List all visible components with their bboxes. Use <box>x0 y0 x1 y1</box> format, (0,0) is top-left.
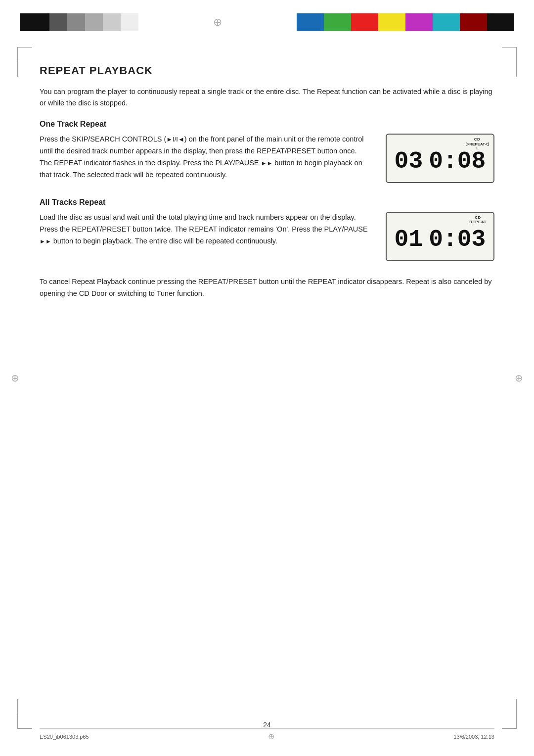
color-swatch-red <box>351 13 378 31</box>
main-content: REPEAT PLAYBACK You can program the play… <box>40 64 494 702</box>
side-crosshair-right: ⊕ <box>515 372 523 384</box>
corner-br <box>502 714 517 729</box>
one-track-body: Press the SKIP/SEARCH CONTROLS (►I/I◄) o… <box>40 134 494 183</box>
all-tracks-heading: All Tracks Repeat <box>40 198 494 207</box>
line-left-bottom <box>17 699 18 714</box>
top-crosshair: ⊕ <box>153 16 282 29</box>
lcd1-repeat-area: ▷ REPEAT ◁ <box>466 142 489 146</box>
lcd1-time: 0:08 <box>429 148 486 175</box>
skip-symbol: ►I/I◄ <box>166 136 184 143</box>
left-color-strip <box>20 13 138 31</box>
color-swatch-white <box>121 13 138 31</box>
lcd2-digits-row: 01 0:03 <box>395 226 486 253</box>
lcd2-top-label: CD REPEAT <box>469 215 487 224</box>
one-track-heading: One Track Repeat <box>40 120 494 129</box>
lcd2-repeat-label: REPEAT <box>469 220 487 224</box>
otr-text-before-symbol: Press the SKIP/SEARCH CONTROLS ( <box>40 135 166 143</box>
footer-crosshair: ⊕ <box>268 732 274 741</box>
lcd1-arrow-left: ▷ <box>466 142 469 146</box>
one-track-text: Press the SKIP/SEARCH CONTROLS (►I/I◄) o… <box>40 134 371 181</box>
lcd2-track-number: 01 <box>395 226 423 253</box>
color-swatch-gray4 <box>103 13 121 31</box>
line-right-top <box>516 62 517 77</box>
lcd1-top-label: CD ▷ REPEAT ◁ ↑↓ <box>466 137 489 150</box>
page-number: 24 <box>263 721 271 729</box>
corner-tl <box>17 47 32 62</box>
lcd1-arrow-down: ↑↓ <box>466 146 489 150</box>
line-left-top <box>17 62 18 77</box>
all-tracks-text: Load the disc as usual and wait until th… <box>40 212 371 247</box>
top-color-bar: ⊕ <box>0 0 534 45</box>
lcd1-track-number: 03 <box>395 148 423 175</box>
lcd2-cd-label: CD <box>469 215 487 220</box>
color-swatch-black2 <box>487 13 514 31</box>
all-tracks-body: Load the disc as usual and wait until th… <box>40 212 494 261</box>
lcd1-cd-label: CD <box>466 137 489 142</box>
lcd1-arrow-right: ◁ <box>485 142 489 146</box>
color-swatch-gray1 <box>49 13 67 31</box>
color-swatch-darkred <box>460 13 487 31</box>
lcd2-time: 0:03 <box>429 226 486 253</box>
footer-filename: ES20_ib061303.p65 <box>40 734 89 740</box>
atr-text-end: button to begin playback. The entire dis… <box>51 237 277 245</box>
color-swatch-blue <box>297 13 324 31</box>
line-right-bottom <box>516 699 517 714</box>
cancel-paragraph: To cancel Repeat Playback continue press… <box>40 276 494 300</box>
lcd1-digits-row: 03 0:08 <box>395 148 486 175</box>
all-tracks-lcd: CD REPEAT 01 0:03 <box>386 212 494 261</box>
play-pause-symbol: ►► <box>261 160 273 167</box>
all-tracks-section: All Tracks Repeat Load the disc as usual… <box>40 198 494 261</box>
color-swatch-yellow <box>378 13 405 31</box>
right-color-strip <box>297 13 514 31</box>
color-swatch-cyan <box>433 13 460 31</box>
intro-paragraph: You can program the player to continuous… <box>40 86 494 109</box>
color-swatch-green <box>324 13 351 31</box>
one-track-lcd: CD ▷ REPEAT ◁ ↑↓ 03 0:08 <box>386 134 494 183</box>
color-swatch-magenta <box>405 13 433 31</box>
page-title: REPEAT PLAYBACK <box>40 64 494 77</box>
atr-play-symbol: ►► <box>40 238 51 245</box>
footer: ES20_ib061303.p65 ⊕ 13/6/2003, 12:13 <box>40 728 494 741</box>
atr-text-main: Load the disc as usual and wait until th… <box>40 213 368 233</box>
color-swatch-gray3 <box>85 13 103 31</box>
corner-bl <box>17 714 32 729</box>
color-swatch-black <box>20 13 49 31</box>
corner-tr <box>502 47 517 62</box>
side-crosshair-left: ⊕ <box>11 372 19 384</box>
one-track-section: One Track Repeat Press the SKIP/SEARCH C… <box>40 120 494 183</box>
color-swatch-gray2 <box>67 13 85 31</box>
footer-datetime: 13/6/2003, 12:13 <box>453 734 494 740</box>
lcd1-repeat-label: REPEAT <box>469 142 485 146</box>
